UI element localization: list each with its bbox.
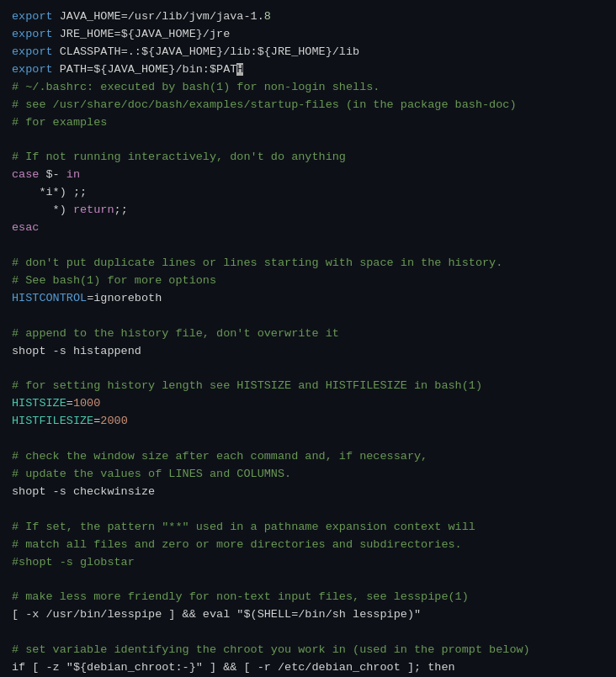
code-line-l8 — [12, 131, 604, 149]
code-line-l9: # If not running interactively, don't do… — [12, 149, 604, 167]
code-line-l5: # ~/.bashrc: executed by bash(1) for non… — [12, 79, 604, 97]
code-line-l13: esac — [12, 219, 604, 237]
code-line-l28: shopt -s checkwinsize — [12, 484, 604, 501]
code-line-l15: # don't put duplicate lines or lines sta… — [12, 255, 604, 272]
code-line-l18 — [12, 308, 604, 325]
code-line-l33 — [12, 572, 604, 590]
code-line-l30: # If set, the pattern "**" used in a pat… — [12, 519, 604, 537]
code-line-l11: *i*) ;; — [12, 184, 604, 202]
code-line-l17: HISTCONTROL=ignoreboth — [12, 290, 604, 308]
code-line-l7: # for examples — [12, 114, 604, 132]
code-line-l2: export JRE_HOME=${JAVA_HOME}/jre — [12, 26, 604, 44]
code-line-l32: #shopt -s globstar — [12, 554, 604, 572]
code-line-l36 — [12, 624, 604, 642]
code-line-l19: # append to the history file, don't over… — [12, 325, 604, 343]
code-line-l25 — [12, 431, 604, 448]
code-line-l38: if [ -z "${debian_chroot:-}" ] && [ -r /… — [12, 659, 604, 677]
code-line-l23: HISTSIZE=1000 — [12, 395, 604, 413]
code-line-l21 — [12, 360, 604, 378]
code-lines: export JAVA_HOME=/usr/lib/jvm/java-1.8ex… — [12, 8, 604, 677]
code-line-l35: [ -x /usr/bin/lesspipe ] && eval "$(SHEL… — [12, 606, 604, 624]
code-line-l27: # update the values of LINES and COLUMNS… — [12, 466, 604, 484]
code-line-l16: # See bash(1) for more options — [12, 272, 604, 290]
code-line-l6: # see /usr/share/doc/bash/examples/start… — [12, 97, 604, 114]
code-line-l37: # set variable identifying the chroot yo… — [12, 642, 604, 659]
code-line-l22: # for setting history length see HISTSIZ… — [12, 378, 604, 395]
code-line-l12: *) return;; — [12, 202, 604, 219]
code-line-l20: shopt -s histappend — [12, 343, 604, 361]
code-line-l24: HISTFILESIZE=2000 — [12, 413, 604, 431]
code-line-l3: export CLASSPATH=.:${JAVA_HOME}/lib:${JR… — [12, 44, 604, 61]
code-line-l26: # check the window size after each comma… — [12, 448, 604, 466]
code-line-l29 — [12, 501, 604, 519]
code-line-l4: export PATH=${JAVA_HOME}/bin:$PATH — [12, 61, 604, 79]
code-line-l10: case $- in — [12, 167, 604, 184]
code-line-l34: # make less more friendly for non-text i… — [12, 589, 604, 606]
code-line-l1: export JAVA_HOME=/usr/lib/jvm/java-1.8 — [12, 8, 604, 26]
code-line-l14 — [12, 237, 604, 255]
code-line-l31: # match all files and zero or more direc… — [12, 537, 604, 554]
code-editor: export JAVA_HOME=/usr/lib/jvm/java-1.8ex… — [0, 0, 616, 677]
